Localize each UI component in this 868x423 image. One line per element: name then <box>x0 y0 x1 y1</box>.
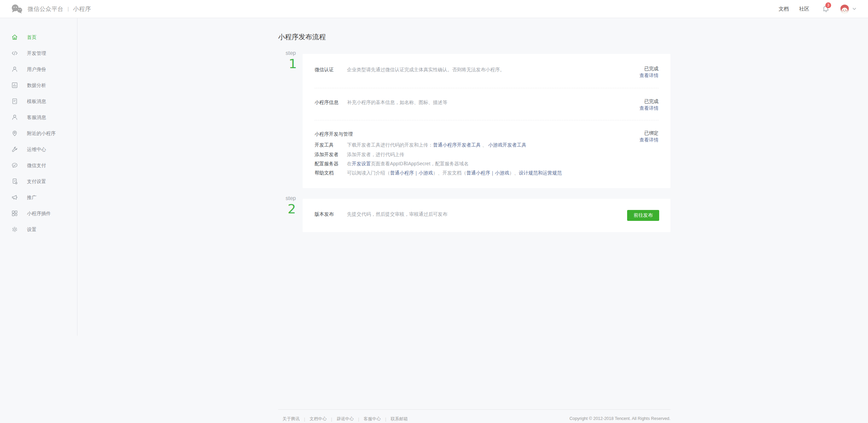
user-icon <box>11 66 18 73</box>
inline-text: ）、 <box>509 170 519 176</box>
subrow-title-add-developer: 添加开发者 <box>315 152 338 158</box>
sidebar-item-settings[interactable]: 设置 <box>0 222 77 238</box>
brand-divider: | <box>68 6 69 12</box>
sidebar-item-user-identity[interactable]: 用户身份 <box>0 61 77 77</box>
footer-divider <box>278 409 670 410</box>
pay-settings-icon <box>11 178 18 185</box>
status-badge: 已完成 <box>644 66 659 72</box>
footer-link-doc-center[interactable]: 文档中心 <box>309 416 327 422</box>
sidebar-item-wechat-pay[interactable]: 微信支付 <box>0 157 77 173</box>
group-title-dev-management: 小程序开发与管理 <box>315 131 353 137</box>
header-right: 文档 社区 3 <box>768 0 856 18</box>
page-title: 小程序发布流程 <box>278 32 326 42</box>
home-icon <box>11 34 18 41</box>
sidebar-item-ops-center[interactable]: 运维中心 <box>0 141 77 157</box>
sidebar-item-customer-service[interactable]: 客服消息 <box>0 109 77 125</box>
inline-text: 添加开发者，进行代码上传 <box>347 152 404 157</box>
subrow-title-help-docs: 帮助文档 <box>315 170 334 176</box>
sidebar-item-label: 设置 <box>27 227 37 233</box>
inline-link[interactable]: 小游戏 <box>419 170 433 176</box>
inline-link[interactable]: 小游戏 <box>495 170 509 176</box>
inline-text: ）、开发文档（ <box>433 170 466 176</box>
row-title-wechat-verification: 微信认证 <box>315 67 334 73</box>
sidebar-item-label: 微信支付 <box>27 163 46 169</box>
inline-link[interactable]: 小游戏开发者工具 <box>488 142 526 148</box>
view-details-link[interactable]: 查看详情 <box>639 105 659 111</box>
sidebar-item-label: 附近的小程序 <box>27 131 56 137</box>
notification-bell-icon[interactable]: 3 <box>822 5 830 13</box>
bar-chart-icon <box>11 82 18 89</box>
inline-link: ｜ <box>414 170 419 176</box>
sidebar-item-label: 推广 <box>27 195 37 201</box>
row-desc: 补充小程序的基本信息，如名称、图标、描述等 <box>347 100 447 106</box>
inline-text: 下载开发者工具进行代码的开发和上传： <box>347 142 433 148</box>
plugin-blocks-icon <box>11 210 18 217</box>
version-release-card: 版本发布 先提交代码，然后提交审核，审核通过后可发布 前往发布 <box>303 199 670 232</box>
status-badge: 已绑定 <box>644 130 659 136</box>
view-details-link[interactable]: 查看详情 <box>639 137 659 143</box>
sidebar-item-data-analysis[interactable]: 数据分析 <box>0 77 77 93</box>
row-desc: 先提交代码，然后提交审核，审核通过后可发布 <box>347 211 447 217</box>
sidebar-item-label: 模板消息 <box>27 99 46 105</box>
sidebar-item-promotion[interactable]: 推广 <box>0 190 77 206</box>
step1-label: step <box>286 50 296 56</box>
subrow-desc: 下载开发者工具进行代码的开发和上传：普通小程序开发者工具 、 小游戏开发者工具 <box>347 142 526 148</box>
status-badge: 已完成 <box>644 99 659 105</box>
sidebar-item-label: 小程序插件 <box>27 211 51 217</box>
inline-text: 可以阅读入门介绍（ <box>347 170 390 176</box>
footer-link-contact-email[interactable]: 联系邮箱 <box>391 416 408 422</box>
subrow-desc: 可以阅读入门介绍（普通小程序｜小游戏）、开发文档（普通小程序｜小游戏）、设计规范… <box>347 170 562 176</box>
sidebar-item-label: 开发管理 <box>27 50 46 57</box>
row-divider <box>315 88 659 88</box>
wrench-icon <box>11 146 18 153</box>
inline-link[interactable]: 普通小程序 <box>390 170 414 176</box>
megaphone-icon <box>11 194 18 201</box>
nav-docs[interactable]: 文档 <box>779 6 789 12</box>
row-title-version-release: 版本发布 <box>315 211 334 217</box>
wechat-logo-icon <box>11 4 23 14</box>
brand-name: 微信公众平台 <box>28 5 63 13</box>
location-pin-icon <box>11 130 18 137</box>
nav-community[interactable]: 社区 <box>799 6 809 12</box>
footer-separator: | <box>385 417 386 422</box>
avatar[interactable] <box>840 4 849 14</box>
sidebar-item-home[interactable]: 首页 <box>0 29 77 45</box>
brand: 微信公众平台 | 小程序 <box>11 0 91 18</box>
customer-service-icon <box>11 114 18 121</box>
subrow-desc: 添加开发者，进行代码上传 <box>347 152 404 158</box>
sidebar-item-label: 数据分析 <box>27 82 46 89</box>
top-header: 微信公众平台 | 小程序 文档 社区 3 <box>0 0 868 18</box>
inline-link[interactable]: 普通小程序开发者工具 <box>433 142 481 148</box>
inline-link[interactable]: 设计规范和运营规范 <box>519 170 562 176</box>
row-desc: 企业类型请先通过微信认证完成主体真实性确认。否则将无法发布小程序。 <box>347 67 505 73</box>
product-name: 小程序 <box>73 5 91 13</box>
sidebar-item-pay-settings[interactable]: 支付设置 <box>0 173 77 190</box>
inline-text: 页面查看AppID和AppSecret，配置服务器域名 <box>371 161 468 166</box>
step2-number: 2 <box>288 202 296 215</box>
inline-link[interactable]: 普通小程序 <box>466 170 490 176</box>
sidebar-item-template-messages[interactable]: 模板消息 <box>0 93 77 109</box>
step1-number: 1 <box>289 57 297 70</box>
chevron-down-icon[interactable] <box>852 7 856 10</box>
copyright: Copyright © 2012-2018 Tencent. All Right… <box>569 416 670 421</box>
sidebar-item-label: 运维中心 <box>27 147 46 153</box>
footer-link-service-center[interactable]: 客服中心 <box>364 416 381 422</box>
sidebar-item-miniprogram-plugins[interactable]: 小程序插件 <box>0 206 77 222</box>
sidebar-item-label: 支付设置 <box>27 179 46 185</box>
footer-link-about-tencent[interactable]: 关于腾讯 <box>283 416 300 422</box>
footer-link-rumor-center[interactable]: 辟谣中心 <box>337 416 354 422</box>
sidebar-item-label: 客服消息 <box>27 115 46 121</box>
inline-link[interactable]: 开发设置 <box>352 161 371 166</box>
sidebar-item-nearby-miniprograms[interactable]: 附近的小程序 <box>0 125 77 141</box>
inline-link: ｜ <box>490 170 495 176</box>
subrow-desc: 在开发设置页面查看AppID和AppSecret，配置服务器域名 <box>347 161 468 167</box>
footer-separator: | <box>304 417 305 422</box>
inline-text: 、 <box>481 142 488 148</box>
view-details-link[interactable]: 查看详情 <box>639 73 659 79</box>
footer-separator: | <box>358 417 359 422</box>
sidebar-item-label: 用户身份 <box>27 66 46 73</box>
go-publish-button[interactable]: 前往发布 <box>627 210 659 221</box>
footer-links: 关于腾讯 | 文档中心 | 辟谣中心 | 客服中心 | 联系邮箱 <box>283 416 408 422</box>
sidebar-item-dev-management[interactable]: 开发管理 <box>0 45 77 61</box>
step2-label: step <box>286 195 296 201</box>
